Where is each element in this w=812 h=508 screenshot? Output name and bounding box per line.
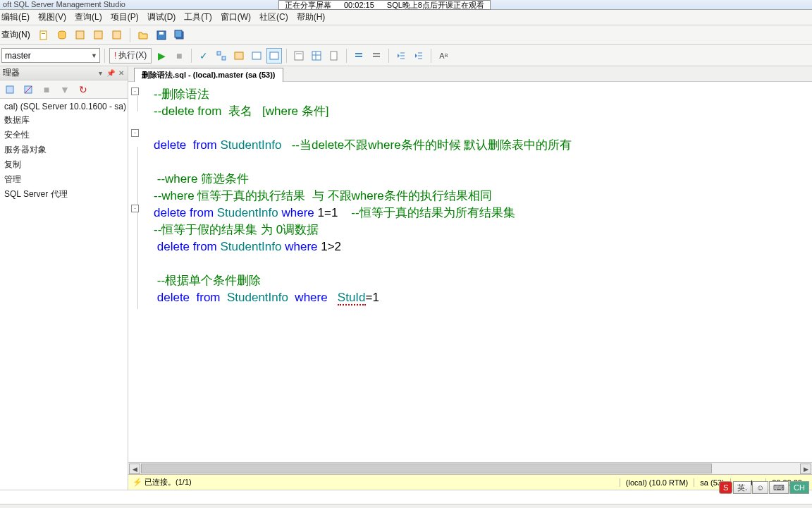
pin-icon[interactable]: 📌 [106, 68, 116, 78]
scrollbar-thumb[interactable] [141, 464, 712, 473]
chevron-down-icon: ▼ [91, 52, 99, 59]
disconnect-icon[interactable] [21, 83, 35, 97]
horizontal-scrollbar[interactable]: ◀ ▶ [128, 462, 812, 474]
svg-rect-15 [295, 52, 303, 60]
screen-share-bar: 正在分享屏幕 00:02:15 SQL晚上8点后开课正在观看 [278, 0, 491, 10]
dmx-query-icon[interactable] [109, 28, 125, 43]
tab-title: 删除语法.sql - (local).master (sa (53)) [142, 70, 276, 80]
separator [431, 49, 431, 63]
scroll-left-icon[interactable]: ◀ [129, 464, 140, 474]
tree-node[interactable]: 服务器对象 [0, 143, 128, 157]
connection-status: 已连接。(1/1) [144, 478, 192, 486]
stop-icon[interactable]: ■ [171, 48, 187, 64]
mdx-query-icon[interactable] [91, 28, 106, 43]
specify-values-icon[interactable]: AB [436, 48, 451, 64]
menu-tools[interactable]: 工具(T) [184, 11, 211, 23]
fold-icon[interactable]: - [131, 87, 139, 95]
stop-icon-small[interactable]: ■ [39, 83, 54, 97]
analysis-query-icon[interactable] [73, 28, 88, 43]
separator [104, 49, 105, 63]
svg-rect-5 [113, 31, 121, 39]
fold-icon[interactable]: - [131, 129, 139, 137]
db-engine-query-icon[interactable] [54, 28, 70, 43]
ime-ch[interactable]: CH [789, 481, 809, 494]
object-explorer: 理器 ▾ 📌 ✕ ■ ▼ ↻ cal) (SQL Server 10.0.160… [0, 66, 128, 490]
connect-icon[interactable] [3, 83, 17, 97]
share-time: 00:02:15 [344, 1, 374, 9]
object-explorer-toolbar: ■ ▼ ↻ [0, 80, 128, 99]
separator [346, 49, 347, 63]
debug-play-icon[interactable]: ▶ [154, 48, 169, 64]
close-icon[interactable]: ✕ [116, 68, 126, 78]
dropdown-icon[interactable]: ▾ [95, 68, 105, 78]
new-query-label[interactable]: 查询(N) [1, 29, 33, 41]
svg-rect-17 [312, 52, 321, 60]
app-title: oft SQL Server Management Studio [3, 0, 125, 9]
connection-status-bar: ⚡ 已连接。(1/1) (local) (10.0 RTM) sa (53) m… [128, 474, 812, 490]
database-combo[interactable]: master ▼ [1, 48, 100, 63]
object-explorer-tree[interactable]: cal) (SQL Server 10.0.1600 - sa) 数据库 安全性… [0, 99, 128, 490]
outdent-icon[interactable] [393, 48, 409, 64]
database-combo-value: master [5, 51, 31, 61]
share-notice: SQL晚上8点后开课正在观看 [387, 0, 484, 11]
sql-editor-toolbar: master ▼ !执行(X) ▶ ■ ✓ AB [0, 45, 812, 66]
new-query-icon[interactable] [36, 28, 51, 43]
tree-node[interactable]: 复制 [0, 157, 128, 172]
menu-project[interactable]: 项目(P) [111, 11, 139, 23]
svg-rect-3 [76, 31, 84, 39]
indent-icon[interactable] [411, 48, 426, 64]
ime-keyboard-icon[interactable]: ⌨ [769, 481, 789, 494]
menu-edit[interactable]: 编辑(E) [1, 11, 30, 23]
save-icon[interactable] [154, 28, 169, 43]
query-options-icon[interactable] [231, 48, 247, 64]
blank-area [0, 490, 812, 504]
fold-icon[interactable]: - [131, 205, 139, 212]
scroll-right-icon[interactable]: ▶ [800, 464, 811, 474]
object-explorer-header: 理器 ▾ 📌 ✕ [0, 66, 128, 80]
menu-community[interactable]: 社区(C) [259, 11, 288, 23]
parse-icon[interactable]: ✓ [196, 48, 211, 64]
refresh-icon[interactable]: ↻ [76, 83, 90, 97]
svg-rect-13 [252, 52, 261, 59]
menu-help[interactable]: 帮助(H) [297, 11, 326, 23]
svg-rect-31 [6, 86, 13, 93]
include-plan-icon[interactable] [266, 48, 282, 64]
svg-rect-10 [217, 52, 221, 55]
server-node[interactable]: cal) (SQL Server 10.0.1600 - sa) [0, 100, 128, 113]
filter-icon[interactable]: ▼ [58, 83, 72, 97]
menu-query[interactable]: 查询(L) [75, 11, 102, 23]
ime-lang[interactable]: 英 , [733, 481, 751, 494]
uncomment-icon[interactable] [369, 48, 384, 64]
separator [130, 28, 130, 42]
execute-button[interactable]: !执行(X) [109, 48, 152, 64]
intellisense-icon[interactable] [249, 48, 264, 64]
save-all-icon[interactable] [172, 28, 187, 43]
results-grid-icon[interactable] [309, 48, 324, 64]
tree-node[interactable]: SQL Server 代理 [0, 187, 128, 202]
separator [191, 49, 192, 63]
menu-debug[interactable]: 调试(D) [147, 11, 176, 23]
menu-view[interactable]: 视图(V) [38, 11, 66, 23]
document-tabs: 删除语法.sql - (local).master (sa (53)) [128, 66, 812, 82]
status-server: (local) (10.0 RTM) [620, 478, 694, 487]
document-tab[interactable]: 删除语法.sql - (local).master (sa (53)) [134, 68, 283, 82]
ime-sogou-icon[interactable]: S [719, 481, 732, 494]
ime-emoji-icon[interactable]: ☺ [752, 481, 768, 494]
results-text-icon[interactable] [291, 48, 307, 64]
results-file-icon[interactable] [326, 48, 342, 64]
menu-window[interactable]: 窗口(W) [221, 11, 251, 23]
object-explorer-title: 理器 [3, 67, 20, 79]
plug-icon: ⚡ [133, 478, 142, 486]
tree-node[interactable]: 数据库 [0, 113, 128, 128]
tree-node[interactable]: 管理 [0, 172, 128, 187]
editor-pane: 删除语法.sql - (local).master (sa (53)) - - … [128, 66, 812, 490]
separator [286, 49, 287, 63]
ime-bar: S 英 , ☺ ⌨ CH [719, 481, 809, 494]
tree-node[interactable]: 安全性 [0, 128, 128, 143]
display-plan-icon[interactable] [214, 48, 229, 64]
code-editor[interactable]: - - - --删除语法 --delete from 表名 [where 条件]… [128, 82, 812, 462]
open-file-icon[interactable] [135, 28, 151, 43]
comment-icon[interactable] [351, 48, 367, 64]
share-label: 正在分享屏幕 [285, 0, 331, 11]
svg-rect-11 [222, 56, 226, 60]
